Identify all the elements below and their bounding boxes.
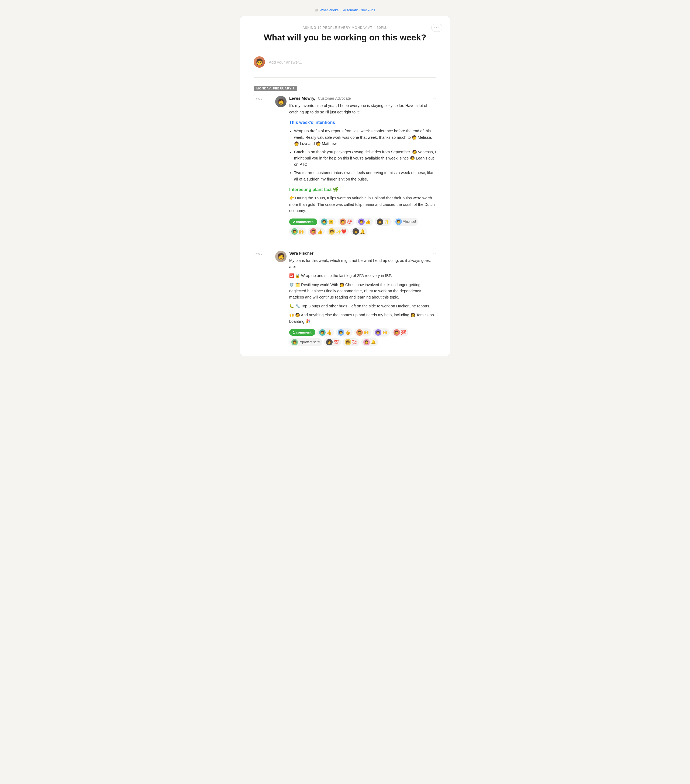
- reaction-chip[interactable]: 🧑 💯: [337, 218, 355, 226]
- reaction-avatar: 🧑: [291, 228, 298, 235]
- reaction-emoji: ✨: [384, 219, 390, 224]
- comments-button-sara[interactable]: 1 comment: [289, 329, 315, 336]
- divider: [254, 49, 436, 49]
- date-divider: Monday, February 7: [254, 83, 436, 96]
- add-answer-row: 🧑 Add your answer...: [254, 55, 436, 72]
- reaction-avatar: 🧑: [326, 339, 333, 345]
- reaction-emoji: 💯: [347, 219, 352, 224]
- reaction-chip[interactable]: 🧑 👍: [356, 218, 373, 226]
- check-in-title: What will you be working on this week?: [254, 32, 436, 43]
- reaction-avatar: 🧑: [358, 219, 365, 225]
- important-stuff-reaction[interactable]: 🧑 Important stuff!: [289, 338, 322, 346]
- reaction-emoji: 🔔: [371, 339, 376, 344]
- reaction-chip-sara[interactable]: 🧑 💯: [343, 338, 360, 346]
- reaction-avatar: 🧑: [321, 219, 327, 225]
- section-heading-intentions: This week's intentions: [289, 119, 436, 126]
- section-heading-plant: Interesting plant fact 🌿: [289, 186, 436, 193]
- reaction-avatar: 🧑: [345, 339, 351, 345]
- breadcrumb-section[interactable]: Automatic Check-ins: [343, 8, 375, 12]
- post-intro: It's my favorite time of year; I hope ev…: [289, 103, 436, 115]
- post-avatar-col: 🧑: [275, 96, 289, 236]
- sara-intro: My plans for this week, which might not …: [289, 257, 436, 270]
- post-author-line: Lewis Mowry, Customer Advocate: [289, 96, 351, 100]
- sara-line-2: 🛡️ 🗂️ Resiliency work! With 🧑 Chris, now…: [289, 282, 436, 301]
- reaction-avatar: 🧑: [338, 329, 344, 336]
- reaction-emoji: 💯: [401, 330, 406, 335]
- reactions-row-sara: 1 comment 🧑 👍 🧑 👍 🧑 🙌 🧑: [289, 328, 436, 346]
- reactions-row-lewis: 2 comments 🧑 🙂 🧑 💯 🧑 👍 🧑: [289, 218, 436, 236]
- reaction-avatar: 🧑: [395, 219, 402, 225]
- mine-too-reaction[interactable]: 🧑 Mine too!: [393, 218, 418, 226]
- reaction-chip[interactable]: 🧑 🔔: [350, 227, 367, 236]
- reaction-chip[interactable]: 🧑 🙌: [289, 227, 306, 236]
- reaction-emoji: 🔔: [360, 229, 365, 234]
- reaction-chip-sara[interactable]: 🧑 👍: [317, 328, 334, 336]
- reaction-chip-sara[interactable]: 🧑 🙌: [354, 328, 371, 336]
- reaction-avatar: 🧑: [393, 329, 400, 336]
- post-lewis: Feb 7 🧑 Lewis Mowry, Customer Advocate ·…: [254, 96, 436, 243]
- bullet-item: Catch up on thank you packages / swag de…: [294, 149, 436, 168]
- reaction-emoji: 🙌: [382, 330, 388, 335]
- reaction-chip[interactable]: 🧑 👍: [308, 227, 325, 236]
- post-text-sara: My plans for this week, which might not …: [289, 257, 436, 324]
- reaction-emoji: 🙌: [363, 330, 369, 335]
- lewis-avatar: 🧑: [275, 96, 287, 107]
- add-answer-placeholder[interactable]: Add your answer...: [269, 60, 302, 64]
- post-header-sara: Sara Fischer ···: [289, 251, 436, 255]
- post-text: It's my favorite time of year; I hope ev…: [289, 103, 436, 214]
- reaction-avatar: 🧑: [291, 339, 298, 345]
- reaction-chip-sara[interactable]: 🧑 💯: [391, 328, 408, 336]
- reaction-emoji: 💯: [333, 339, 339, 344]
- breadcrumb-workspace[interactable]: What Works: [319, 8, 338, 12]
- plant-fact-text: 👉 During the 1600s, tulips were so valua…: [289, 195, 436, 214]
- reaction-emoji: 👍: [327, 330, 332, 335]
- reaction-avatar: 🧑: [375, 329, 381, 336]
- reaction-chip-sara[interactable]: 🧑 🙌: [373, 328, 390, 336]
- grid-icon: ⊞: [315, 8, 318, 12]
- more-options-button[interactable]: ···: [431, 24, 442, 32]
- sara-line-1: 🆘 🔒 Wrap up and ship the last leg of 2FA…: [289, 273, 436, 279]
- mine-too-label: Mine too!: [403, 220, 416, 224]
- reaction-emoji: 🙂: [328, 219, 334, 224]
- reaction-emoji: ✨❤️: [336, 229, 347, 234]
- reaction-emoji: 👍: [317, 229, 323, 234]
- sara-line-3: 🐛 🔧 Top 3 bugs and other bugs I left on …: [289, 303, 436, 309]
- reaction-avatar: 🧑: [319, 329, 325, 336]
- reaction-emoji: 👍: [345, 330, 350, 335]
- bullet-item: Wrap up drafts of my reports from last w…: [294, 128, 436, 147]
- post-header: Lewis Mowry, Customer Advocate ···: [289, 96, 436, 100]
- reaction-avatar: 🧑: [328, 228, 335, 235]
- reaction-chip[interactable]: 🧑 ✨❤️: [327, 227, 349, 236]
- reaction-avatar: 🧑: [310, 228, 317, 235]
- reaction-avatar: 🧑: [363, 339, 370, 345]
- reaction-avatar: 🧑: [353, 228, 359, 235]
- post-author: Lewis Mowry,: [289, 96, 315, 100]
- reaction-avatar: 🧑: [340, 219, 346, 225]
- sara-avatar: 🧑: [275, 251, 287, 262]
- post-author-line-sara: Sara Fischer: [289, 251, 314, 255]
- bullet-item: Two to three customer interviews. It fee…: [294, 170, 436, 182]
- current-user-avatar: 🧑: [254, 56, 265, 68]
- reaction-chip[interactable]: 🧑 ✨: [375, 218, 392, 226]
- breadcrumb-separator: ›: [340, 8, 341, 12]
- post-body-sara: Sara Fischer ··· My plans for this week,…: [289, 251, 436, 346]
- reaction-chip[interactable]: 🧑 🙂: [319, 218, 336, 226]
- reaction-avatar: 🧑: [356, 329, 363, 336]
- reaction-avatar: 🧑: [377, 219, 383, 225]
- post-author-sara: Sara Fischer: [289, 251, 314, 255]
- breadcrumb: ⊞ What Works › Automatic Check-ins: [240, 8, 450, 12]
- reaction-emoji: 👍: [365, 219, 371, 224]
- post-date: Feb 7: [254, 96, 275, 236]
- post-more-button[interactable]: ···: [431, 96, 436, 100]
- post-more-button-sara[interactable]: ···: [431, 251, 436, 255]
- post-body-lewis: Lewis Mowry, Customer Advocate ··· It's …: [289, 96, 436, 236]
- sara-line-4: 🙌 🧑 And anything else that comes up and …: [289, 312, 436, 324]
- reaction-emoji: 🙌: [299, 229, 304, 234]
- reaction-chip-sara[interactable]: 🧑 💯: [324, 338, 341, 346]
- post-avatar-col: 🧑: [275, 251, 289, 346]
- post-sara: Feb 7 🧑 Sara Fischer ··· My plans for th…: [254, 251, 436, 346]
- reaction-chip-sara[interactable]: 🧑 🔔: [361, 338, 378, 346]
- comments-button-lewis[interactable]: 2 comments: [289, 219, 317, 225]
- post-date: Feb 7: [254, 251, 275, 346]
- reaction-chip-sara[interactable]: 🧑 👍: [335, 328, 353, 336]
